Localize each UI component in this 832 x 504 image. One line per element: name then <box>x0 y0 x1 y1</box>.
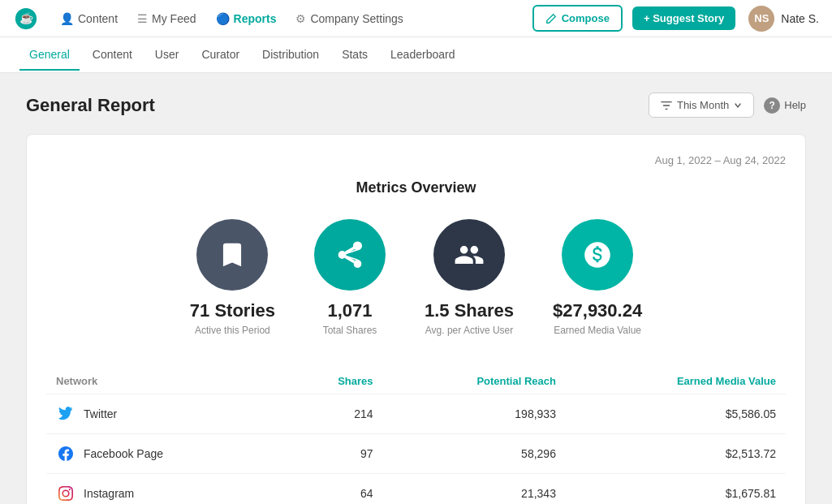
suggest-story-button[interactable]: + Suggest Story <box>632 6 735 30</box>
shares-cell: 97 <box>282 434 383 474</box>
metric-value-avg-shares: 1.5 Shares <box>425 300 514 321</box>
compose-icon <box>545 13 557 24</box>
metric-value-stories: 71 Stories <box>190 300 275 321</box>
metric-stories: 71 Stories Active this Period <box>190 219 275 336</box>
network-name: Instagram <box>84 487 134 500</box>
svg-point-3 <box>338 251 347 259</box>
date-range: Aug 1, 2022 – Aug 24, 2022 <box>46 154 786 166</box>
svg-point-2 <box>354 242 362 250</box>
page-title: General Report <box>26 95 155 116</box>
dollar-icon <box>582 239 613 270</box>
network-name: Twitter <box>84 407 117 420</box>
metric-circle-shares <box>314 219 386 291</box>
reports-icon: 🔵 <box>216 12 230 25</box>
avatar: NS <box>748 6 774 32</box>
metric-value-total-shares: 1,071 <box>327 300 372 321</box>
group-icon <box>454 239 485 270</box>
metric-avg-shares: 1.5 Shares Avg. per Active User <box>425 219 514 336</box>
facebook-icon <box>56 444 75 463</box>
tab-curator[interactable]: Curator <box>192 40 249 71</box>
network-cell: Twitter <box>46 394 282 434</box>
tab-content[interactable]: Content <box>83 40 142 71</box>
emv-cell: $5,586.05 <box>566 394 786 434</box>
table-row: Facebook Page 97 58,296 $2,513.72 <box>46 434 786 474</box>
svg-text:☕: ☕ <box>19 11 34 25</box>
instagram-icon <box>56 484 75 503</box>
col-shares: Shares <box>282 368 383 394</box>
filter-button[interactable]: This Month <box>649 93 754 118</box>
twitter-icon <box>56 404 75 424</box>
metric-label-total-shares: Total Shares <box>323 325 377 336</box>
network-cell: Facebook Page <box>46 434 282 474</box>
col-network: Network <box>46 368 282 394</box>
metric-circle-avg <box>433 219 505 291</box>
reach-cell: 58,296 <box>383 434 566 474</box>
svg-point-4 <box>354 260 362 268</box>
network-cell: Instagram <box>46 474 282 505</box>
metrics-row: 71 Stories Active this Period 1 <box>46 219 786 336</box>
metric-circle-emv <box>562 219 633 291</box>
page-content: General Report This Month ? Help Aug 1, … <box>0 73 832 504</box>
logo: ☕ <box>13 6 39 32</box>
share-icon <box>334 239 365 270</box>
nav-item-reports[interactable]: 🔵 Reports <box>208 7 285 30</box>
tab-stats[interactable]: Stats <box>332 40 377 71</box>
reach-cell: 198,933 <box>383 394 566 434</box>
tab-leaderboard[interactable]: Leaderboard <box>381 40 464 71</box>
feed-icon: ☰ <box>137 12 148 25</box>
chevron-down-icon <box>734 101 742 110</box>
metric-value-emv: $27,930.24 <box>553 300 642 321</box>
help-button[interactable]: ? Help <box>764 97 806 114</box>
shares-cell: 64 <box>282 474 383 505</box>
help-icon: ? <box>764 97 780 114</box>
metric-label-stories: Active this Period <box>195 325 270 336</box>
report-card: Aug 1, 2022 – Aug 24, 2022 Metrics Overv… <box>26 134 806 504</box>
nav-item-content[interactable]: 👤 Content <box>52 7 126 30</box>
content-icon: 👤 <box>60 12 74 25</box>
col-reach: Potential Reach <box>383 368 566 394</box>
table-row: Twitter 214 198,933 $5,586.05 <box>46 394 786 434</box>
settings-icon: ⚙ <box>295 12 306 25</box>
network-name: Facebook Page <box>84 447 163 460</box>
nav-item-myfeed[interactable]: ☰ My Feed <box>129 7 204 30</box>
metric-total-shares: 1,071 Total Shares <box>314 219 386 336</box>
header-right: This Month ? Help <box>649 93 806 118</box>
sub-nav: General Content User Curator Distributio… <box>0 37 832 73</box>
compose-button[interactable]: Compose <box>532 5 623 32</box>
emv-cell: $1,675.81 <box>566 474 786 505</box>
metric-label-emv: Earned Media Value <box>554 325 641 336</box>
network-table: Network Shares Potential Reach Earned Me… <box>46 368 786 504</box>
page-header: General Report This Month ? Help <box>26 93 806 118</box>
metrics-title: Metrics Overview <box>46 179 786 196</box>
metric-emv: $27,930.24 Earned Media Value <box>553 219 642 336</box>
metric-label-avg-shares: Avg. per Active User <box>425 325 514 336</box>
metric-circle-stories <box>196 219 268 291</box>
table-row: Instagram 64 21,343 $1,675.81 <box>46 474 786 505</box>
table-header-row: Network Shares Potential Reach Earned Me… <box>46 368 786 394</box>
nav-item-company-settings[interactable]: ⚙ Company Settings <box>287 7 411 30</box>
col-emv: Earned Media Value <box>566 368 786 394</box>
tab-user[interactable]: User <box>145 40 189 71</box>
tab-general[interactable]: General <box>19 40 80 71</box>
shares-cell: 214 <box>282 394 383 434</box>
reach-cell: 21,343 <box>383 474 566 505</box>
filter-icon <box>661 100 672 111</box>
top-nav: ☕ 👤 Content ☰ My Feed 🔵 Reports ⚙ Compan… <box>0 0 832 37</box>
emv-cell: $2,513.72 <box>566 434 786 474</box>
tab-distribution[interactable]: Distribution <box>252 40 329 71</box>
bookmark-icon <box>217 239 248 270</box>
user-menu[interactable]: NS Nate S. <box>748 6 819 32</box>
